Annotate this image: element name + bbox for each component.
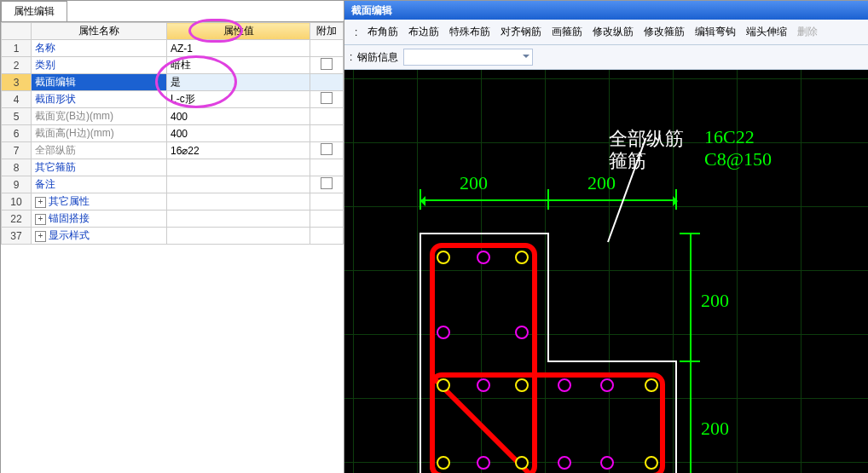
rebar-dot[interactable] (600, 378, 614, 392)
table-row[interactable]: 6截面高(H边)(mm)400 (2, 125, 344, 142)
tool-edge-bar[interactable]: 布边筋 (403, 23, 444, 41)
tool-end-ext[interactable]: 端头伸缩 (741, 23, 792, 41)
section-outline (547, 233, 549, 361)
dim-text: 200 (587, 172, 616, 194)
rebar-info-combo[interactable] (403, 49, 533, 66)
table-row[interactable]: 1名称AZ-1 (2, 40, 344, 57)
expand-icon[interactable]: + (35, 231, 46, 242)
table-row[interactable]: 8其它箍筋 (2, 159, 344, 176)
prop-value[interactable]: 暗柱 (167, 57, 310, 74)
row-number: 37 (2, 228, 32, 245)
rebar-dot[interactable] (600, 456, 614, 470)
property-grid[interactable]: 属性名称 属性值 附加 1名称AZ-12类别暗柱3截面编辑是4截面形状L-c形5… (1, 22, 344, 473)
info-row: : 钢筋信息 (344, 45, 868, 70)
row-number: 6 (2, 125, 32, 142)
rebar-dot[interactable] (515, 326, 529, 339)
tab-property-edit[interactable]: 属性编辑 (1, 1, 67, 21)
arrow-icon (673, 196, 683, 206)
rebar-dot[interactable] (477, 456, 490, 470)
rebar-dot[interactable] (437, 251, 450, 264)
checkbox-icon[interactable] (321, 177, 333, 189)
rebar-dot[interactable] (477, 378, 490, 392)
expand-icon[interactable]: + (35, 197, 46, 208)
prop-name: 类别 (32, 57, 167, 74)
prop-value[interactable] (167, 176, 310, 193)
tab-bar: 属性编辑 (1, 1, 344, 22)
prop-value[interactable]: 是 (167, 74, 310, 91)
prop-value[interactable] (167, 159, 310, 176)
expand-icon[interactable]: + (35, 214, 46, 225)
rebar-dot[interactable] (645, 456, 658, 470)
prop-name: 截面形状 (32, 91, 167, 108)
prop-extra[interactable] (310, 74, 344, 91)
table-row[interactable]: 9备注 (2, 176, 344, 193)
table-row[interactable]: 22+锚固搭接 (2, 211, 344, 228)
prop-extra[interactable] (310, 108, 344, 125)
prop-extra[interactable] (310, 176, 344, 193)
dim-text: 200 (701, 418, 729, 440)
prop-extra[interactable] (310, 159, 344, 176)
dim-tick (680, 233, 700, 234)
rebar-dot[interactable] (558, 456, 571, 470)
prop-name: 备注 (32, 176, 167, 193)
checkbox-icon[interactable] (321, 92, 333, 104)
prop-extra[interactable] (310, 40, 344, 57)
table-row[interactable]: 4截面形状L-c形 (2, 91, 344, 108)
table-row[interactable]: 7全部纵筋16⌀22 (2, 142, 344, 159)
row-number: 8 (2, 159, 32, 176)
rebar-dot[interactable] (558, 378, 571, 392)
row-number: 4 (2, 91, 32, 108)
dim-text: 200 (701, 290, 729, 312)
table-row[interactable]: 2类别暗柱 (2, 57, 344, 74)
prop-extra[interactable] (310, 228, 344, 245)
table-row[interactable]: 10+其它属性 (2, 193, 344, 211)
tool-delete[interactable]: 删除 (792, 23, 823, 41)
prop-extra[interactable] (310, 91, 344, 108)
prop-extra[interactable] (310, 125, 344, 142)
prop-extra[interactable] (310, 211, 344, 228)
section-outline (547, 361, 675, 362)
tool-special-bar[interactable]: 特殊布筋 (444, 23, 495, 41)
tool-draw-stirrup[interactable]: 画箍筋 (547, 23, 587, 41)
tool-edit-hook[interactable]: 编辑弯钩 (690, 23, 741, 41)
tool-mod-long[interactable]: 修改纵筋 (587, 23, 639, 41)
prop-value[interactable] (167, 211, 310, 228)
rebar-dot[interactable] (515, 456, 529, 470)
table-row[interactable]: 37+显示样式 (2, 228, 344, 245)
rebar-dot[interactable] (437, 326, 450, 339)
row-number: 7 (2, 142, 32, 159)
prop-value[interactable] (167, 193, 310, 211)
dim-tick (680, 361, 700, 362)
prop-value[interactable]: 16⌀22 (167, 142, 310, 159)
prop-extra[interactable] (310, 142, 344, 159)
checkbox-icon[interactable] (321, 58, 333, 70)
prop-extra[interactable] (310, 57, 344, 74)
tool-mod-stirrup[interactable]: 修改箍筋 (639, 23, 690, 41)
prop-value[interactable]: 400 (167, 108, 310, 125)
rebar-dot[interactable] (515, 378, 529, 392)
rebar-dot[interactable] (437, 378, 450, 392)
prop-extra[interactable] (310, 193, 344, 211)
prop-value[interactable]: 400 (167, 125, 310, 142)
stirrup-horizontal[interactable] (430, 372, 665, 473)
checkbox-icon[interactable] (321, 143, 333, 155)
tool-corner-bar[interactable]: 布角筋 (362, 23, 403, 41)
col-value: 属性值 (167, 23, 310, 40)
rebar-dot[interactable] (645, 378, 658, 392)
prop-value[interactable]: AZ-1 (167, 40, 310, 57)
label-val2: C8@150 (704, 148, 772, 170)
prop-value[interactable] (167, 228, 310, 245)
toolbar: : 布角筋 布边筋 特殊布筋 对齐钢筋 画箍筋 修改纵筋 修改箍筋 编辑弯钩 端… (344, 20, 868, 45)
section-edit-panel: 截面编辑 : 布角筋 布边筋 特殊布筋 对齐钢筋 画箍筋 修改纵筋 修改箍筋 编… (344, 1, 868, 473)
rebar-dot[interactable] (515, 251, 529, 264)
section-canvas[interactable]: 200 200 200 200 全 (344, 70, 868, 473)
rebar-dot[interactable] (477, 251, 490, 264)
tool-align-bar[interactable]: 对齐钢筋 (495, 23, 547, 41)
rebar-dot[interactable] (437, 456, 450, 470)
dim-text: 200 (460, 172, 488, 194)
table-row[interactable]: 5截面宽(B边)(mm)400 (2, 108, 344, 125)
col-index (2, 23, 32, 40)
arrow-icon (415, 196, 425, 206)
prop-value[interactable]: L-c形 (167, 91, 310, 108)
table-row[interactable]: 3截面编辑是 (2, 74, 344, 91)
